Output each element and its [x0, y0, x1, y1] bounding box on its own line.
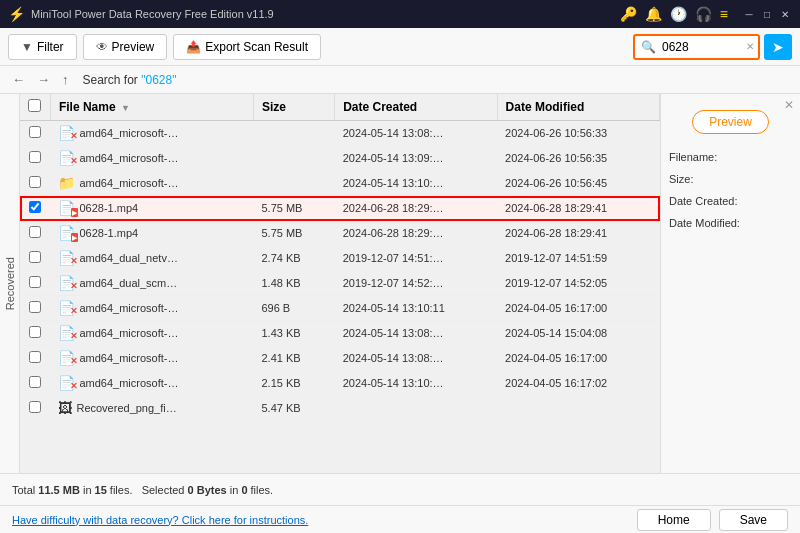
row-checkbox[interactable] — [29, 151, 41, 163]
header-date-created[interactable]: Date Created — [335, 94, 497, 121]
row-filename: 📄 ✕ amd64_microsoft-… — [50, 296, 253, 321]
row-date-created: 2024-05-14 13:10:… — [335, 371, 497, 396]
modified-label: Date Modified: — [669, 217, 740, 229]
row-size: 1.43 KB — [253, 321, 334, 346]
row-checkbox[interactable] — [29, 301, 41, 313]
table-row[interactable]: 📄 ✕ amd64_microsoft-… 2024-05-14 13:08:…… — [20, 121, 660, 146]
table-row[interactable]: 📄 ✕ amd64_dual_scm… 1.48 KB 2019-12-07 1… — [20, 271, 660, 296]
table-row[interactable]: 📄 ▶ 0628-1.mp4 5.75 MB 2024-06-28 18:29:… — [20, 196, 660, 221]
row-date-created: 2019-12-07 14:51:… — [335, 246, 497, 271]
preview-toolbar-button[interactable]: 👁 Preview — [83, 34, 168, 60]
export-scan-button[interactable]: 📤 Export Scan Result — [173, 34, 321, 60]
row-checkbox-cell — [20, 396, 50, 421]
search-query: "0628" — [141, 73, 176, 87]
file-icon-generic: 📄 ✕ — [58, 125, 75, 141]
eye-icon: 👁 — [96, 40, 108, 54]
row-date-modified: 2024-06-26 10:56:35 — [497, 146, 659, 171]
table-row[interactable]: 📄 ▶ 0628-1.mp4 5.75 MB 2024-06-28 18:29:… — [20, 221, 660, 246]
headset-icon[interactable]: 🎧 — [695, 6, 712, 22]
row-date-created: 2019-12-07 14:52:… — [335, 271, 497, 296]
row-checkbox[interactable] — [29, 176, 41, 188]
search-clear-button[interactable]: ✕ — [742, 41, 758, 52]
row-date-modified: 2019-12-07 14:51:59 — [497, 246, 659, 271]
preview-panel-button[interactable]: Preview — [692, 110, 769, 134]
recovery-help-link[interactable]: Have difficulty with data recovery? Clic… — [12, 514, 308, 526]
search-go-button[interactable]: ➤ — [764, 34, 792, 60]
table-row[interactable]: 📄 ✕ amd64_microsoft-… 2.41 KB 2024-05-14… — [20, 346, 660, 371]
home-button[interactable]: Home — [637, 509, 711, 531]
row-checkbox[interactable] — [29, 351, 41, 363]
up-button[interactable]: ↑ — [58, 70, 73, 89]
row-checkbox[interactable] — [29, 226, 41, 238]
file-icon-mp4: 📄 ▶ — [58, 225, 75, 241]
file-table-scroll[interactable]: File Name ▼ Size Date Created Date Modif… — [20, 94, 660, 473]
row-filename: 📁 amd64_microsoft-… — [50, 171, 253, 196]
row-checkbox-cell — [20, 346, 50, 371]
toolbar: ▼ Filter 👁 Preview 📤 Export Scan Result … — [0, 28, 800, 66]
filename-label: Filename: — [669, 151, 717, 163]
row-date-created: 2024-06-28 18:29:… — [335, 196, 497, 221]
table-row[interactable]: 📄 ✕ amd64_microsoft-… 2024-05-14 13:09:…… — [20, 146, 660, 171]
table-row[interactable]: 📄 ✕ amd64_dual_netv… 2.74 KB 2019-12-07 … — [20, 246, 660, 271]
table-row[interactable]: 📄 ✕ amd64_microsoft-… 1.43 KB 2024-05-14… — [20, 321, 660, 346]
row-checkbox-cell — [20, 296, 50, 321]
row-checkbox[interactable] — [29, 276, 41, 288]
search-area: 🔍 ✕ ➤ — [633, 34, 792, 60]
status-text: Total 11.5 MB in 15 files. Selected 0 By… — [12, 484, 788, 496]
row-size: 2.41 KB — [253, 346, 334, 371]
row-filename: 📄 ✕ amd64_microsoft-… — [50, 121, 253, 146]
row-filename: 📄 ✕ amd64_microsoft-… — [50, 346, 253, 371]
row-date-modified: 2024-04-05 16:17:00 — [497, 296, 659, 321]
file-icon-generic: 📄 ✕ — [58, 300, 75, 316]
row-checkbox[interactable] — [29, 126, 41, 138]
row-date-created: 2024-05-14 13:08:… — [335, 321, 497, 346]
recovered-label: Recovered — [4, 257, 16, 310]
bell-icon[interactable]: 🔔 — [645, 6, 662, 22]
row-checkbox-cell — [20, 371, 50, 396]
close-button[interactable]: ✕ — [778, 7, 792, 21]
status-bar: Total 11.5 MB in 15 files. Selected 0 By… — [0, 473, 800, 505]
table-row[interactable]: 📁 amd64_microsoft-… 2024-05-14 13:10:… 2… — [20, 171, 660, 196]
select-all-checkbox[interactable] — [28, 99, 41, 112]
table-row[interactable]: 🖼 Recovered_png_fi… 5.47 KB — [20, 396, 660, 421]
key-icon[interactable]: 🔑 — [620, 6, 637, 22]
search-label: Search for "0628" — [83, 73, 177, 87]
maximize-button[interactable]: □ — [760, 7, 774, 21]
row-filename: 📄 ▶ 0628-1.mp4 — [50, 196, 253, 221]
created-label: Date Created: — [669, 195, 737, 207]
export-icon: 📤 — [186, 40, 201, 54]
title-bar-utility-icons: 🔑 🔔 🕐 🎧 ≡ — [620, 6, 728, 22]
panel-close-button[interactable]: ✕ — [784, 98, 794, 112]
row-date-modified: 2024-05-14 15:04:08 — [497, 321, 659, 346]
menu-icon[interactable]: ≡ — [720, 6, 728, 22]
search-icon[interactable]: 🔍 — [635, 40, 662, 54]
table-row[interactable]: 📄 ✕ amd64_microsoft-… 2.15 KB 2024-05-14… — [20, 371, 660, 396]
header-checkbox — [20, 94, 50, 121]
search-input[interactable] — [662, 36, 742, 58]
filter-button[interactable]: ▼ Filter — [8, 34, 77, 60]
row-checkbox[interactable] — [29, 326, 41, 338]
header-filename[interactable]: File Name ▼ — [50, 94, 253, 121]
row-checkbox[interactable] — [29, 401, 41, 413]
main-content: Recovered File Name ▼ Size — [0, 94, 800, 473]
minimize-button[interactable]: ─ — [742, 7, 756, 21]
row-size — [253, 146, 334, 171]
save-button[interactable]: Save — [719, 509, 788, 531]
header-date-modified[interactable]: Date Modified — [497, 94, 659, 121]
row-date-created: 2024-06-28 18:29:… — [335, 221, 497, 246]
row-checkbox[interactable] — [29, 201, 41, 213]
row-filename: 📄 ✕ amd64_microsoft-… — [50, 146, 253, 171]
row-checkbox[interactable] — [29, 376, 41, 388]
preview-info: Filename: Size: Date Created: Date Modif… — [669, 146, 740, 234]
clock-icon[interactable]: 🕐 — [670, 6, 687, 22]
header-size[interactable]: Size — [253, 94, 334, 121]
row-size: 5.75 MB — [253, 221, 334, 246]
back-button[interactable]: ← — [8, 70, 29, 89]
file-table: File Name ▼ Size Date Created Date Modif… — [20, 94, 660, 421]
file-icon-generic: 📄 ✕ — [58, 350, 75, 366]
table-row[interactable]: 📄 ✕ amd64_microsoft-… 696 B 2024-05-14 1… — [20, 296, 660, 321]
row-filename: 📄 ✕ amd64_dual_netv… — [50, 246, 253, 271]
row-date-created: 2024-05-14 13:10:11 — [335, 296, 497, 321]
forward-button[interactable]: → — [33, 70, 54, 89]
row-checkbox[interactable] — [29, 251, 41, 263]
